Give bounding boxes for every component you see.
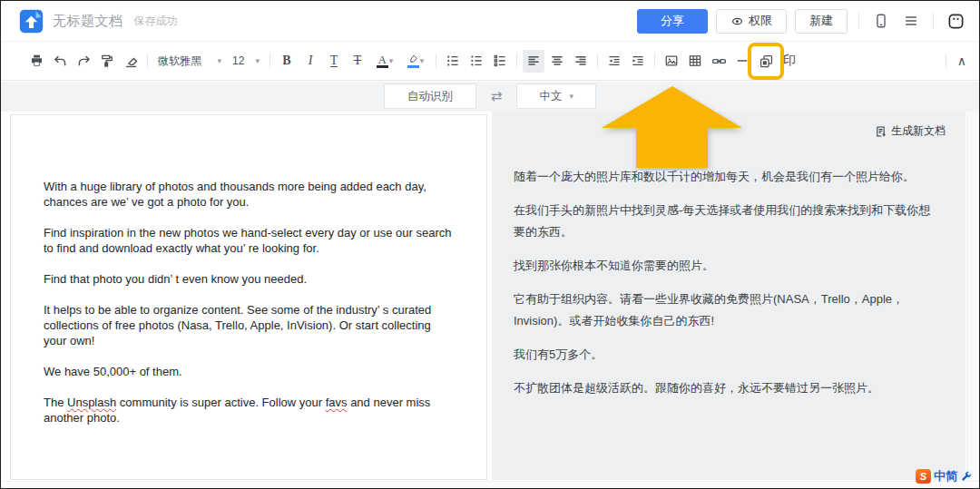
insert-image-icon[interactable] bbox=[661, 50, 682, 73]
font-family-select[interactable]: 微软雅黑 ▾ bbox=[152, 50, 227, 73]
source-language-select[interactable]: 自动识别 bbox=[384, 83, 476, 109]
separator bbox=[933, 13, 934, 29]
separator bbox=[597, 54, 598, 68]
strikethrough-glyph: T bbox=[354, 54, 362, 68]
underline-button[interactable]: T bbox=[323, 50, 345, 73]
collapse-toolbar-icon[interactable]: ∧ bbox=[957, 54, 966, 68]
separator bbox=[516, 54, 517, 68]
generate-new-document-label: 生成新文档 bbox=[891, 123, 946, 139]
align-center-button[interactable] bbox=[546, 50, 568, 73]
indent-icon[interactable] bbox=[627, 50, 649, 73]
separator bbox=[946, 54, 946, 68]
topbar-actions: 分享 权限 新建 bbox=[637, 9, 966, 34]
eye-icon bbox=[730, 15, 744, 28]
share-button[interactable]: 分享 bbox=[637, 9, 708, 34]
highlight-color-button[interactable]: ▾ bbox=[401, 50, 430, 73]
translated-document-panel: 生成新文档 随着一个庞大的照片库和数以千计的增加每天，机会是我们有一个照片给你。… bbox=[492, 112, 965, 480]
strikethrough-button[interactable]: T bbox=[347, 50, 368, 73]
font-color-button[interactable]: A ▾ bbox=[370, 50, 399, 73]
bold-button[interactable]: B bbox=[276, 50, 298, 73]
permission-label: 权限 bbox=[749, 13, 772, 29]
english-paragraphs: With a huge library of photos and thousa… bbox=[11, 115, 486, 459]
font-family-value: 微软雅黑 bbox=[158, 54, 201, 69]
new-document-button[interactable]: 新建 bbox=[795, 9, 848, 34]
insert-link-icon[interactable] bbox=[708, 50, 730, 73]
doc-paragraph[interactable]: Find that photo you didn’ t even know yo… bbox=[44, 271, 456, 287]
target-language-select[interactable]: 中文 ▾ bbox=[516, 83, 596, 109]
watermark-text: 中简 bbox=[934, 468, 957, 484]
chevron-down-icon: ▾ bbox=[389, 56, 394, 65]
translate-button[interactable] bbox=[755, 50, 777, 73]
chevron-down-icon: ▾ bbox=[255, 56, 260, 65]
stamp-label: 印 bbox=[783, 53, 796, 69]
highlight-color-swatch bbox=[407, 65, 419, 68]
mobile-phone-icon[interactable] bbox=[870, 10, 892, 32]
print-icon[interactable] bbox=[25, 50, 47, 73]
insert-table-icon[interactable] bbox=[684, 50, 706, 73]
translate-icon bbox=[759, 54, 774, 69]
font-color-glyph: A bbox=[378, 54, 387, 64]
generate-new-document-link[interactable]: 生成新文档 bbox=[875, 123, 946, 139]
highlighter-icon bbox=[407, 54, 419, 64]
horizontal-scrollbar[interactable] bbox=[1, 481, 979, 488]
doc-paragraph[interactable]: The Unsplash community is super active. … bbox=[44, 395, 456, 425]
align-right-button[interactable] bbox=[570, 50, 592, 73]
clear-format-icon[interactable] bbox=[120, 50, 142, 73]
chinese-paragraphs: 随着一个庞大的照片库和数以千计的增加每天，机会是我们有一个照片给你。在我们手头的… bbox=[492, 139, 965, 399]
undo-icon[interactable] bbox=[49, 50, 71, 73]
chevron-down-icon: ▾ bbox=[420, 56, 425, 65]
toolbar-collapse: ∧ bbox=[941, 54, 966, 68]
app-logo-icon[interactable] bbox=[19, 9, 44, 34]
topbar: 无标题文档 保存成功 分享 权限 新建 bbox=[1, 1, 979, 42]
app-window: 无标题文档 保存成功 分享 权限 新建 bbox=[0, 0, 980, 489]
misspelled-word: favs bbox=[326, 396, 348, 409]
target-language-value: 中文 bbox=[540, 89, 563, 104]
align-left-button[interactable] bbox=[523, 50, 544, 73]
doc-paragraph[interactable]: It helps to be able to organize content.… bbox=[44, 302, 456, 348]
doc-paragraph[interactable]: With a huge library of photos and thousa… bbox=[44, 179, 456, 210]
watermark-badge: S bbox=[916, 469, 931, 484]
separator bbox=[858, 13, 859, 29]
chevron-down-icon: ▾ bbox=[570, 92, 574, 101]
doc-paragraph[interactable]: We have 50,000+ of them. bbox=[44, 364, 456, 379]
translate-controls: 自动识别 ⇄ 中文 ▾ bbox=[1, 83, 979, 109]
separator bbox=[147, 54, 148, 68]
separator bbox=[436, 54, 436, 68]
document-title[interactable]: 无标题文档 bbox=[53, 13, 123, 30]
font-size-select[interactable]: 12 ▾ bbox=[227, 50, 265, 73]
menu-icon[interactable] bbox=[900, 10, 922, 32]
translated-paragraph: 我们有5万多个。 bbox=[514, 344, 938, 366]
swap-languages-icon[interactable]: ⇄ bbox=[491, 88, 503, 104]
italic-button[interactable]: I bbox=[299, 50, 321, 73]
outdent-icon[interactable] bbox=[603, 50, 625, 73]
translated-paragraph: 它有助于组织内容。请看一些业界收藏的免费照片(NASA，Trello，Apple… bbox=[514, 289, 938, 332]
translated-paragraph: 随着一个庞大的照片库和数以千计的增加每天，机会是我们有一个照片给你。 bbox=[514, 166, 938, 188]
permission-button[interactable]: 权限 bbox=[716, 9, 787, 34]
font-color-swatch bbox=[377, 65, 388, 68]
separator bbox=[654, 54, 655, 68]
checklist-icon[interactable] bbox=[489, 50, 511, 73]
vertical-scrollbar[interactable] bbox=[966, 112, 979, 481]
source-document-panel[interactable]: With a huge library of photos and thousa… bbox=[10, 114, 487, 480]
wrench-icon bbox=[960, 470, 973, 483]
translated-paragraph: 不扩散团体是超级活跃的。跟随你的喜好，永远不要错过另一张照片。 bbox=[514, 377, 938, 399]
bullet-list-icon[interactable] bbox=[466, 50, 487, 73]
watermark: S 中简 bbox=[916, 468, 973, 484]
separator bbox=[270, 54, 270, 68]
ordered-list-icon[interactable] bbox=[442, 50, 464, 73]
doc-paragraph[interactable]: Find inspiration in the new photos we ha… bbox=[44, 225, 456, 256]
redo-icon[interactable] bbox=[73, 50, 94, 73]
new-document-icon bbox=[875, 125, 887, 138]
font-size-value: 12 bbox=[232, 54, 244, 67]
workspace-icon[interactable] bbox=[945, 10, 966, 32]
format-painter-icon[interactable] bbox=[96, 50, 118, 73]
translated-paragraph: 在我们手头的新照片中找到灵感-每天选择或者使用我们的搜索来找到和下载你想要的东西… bbox=[514, 200, 938, 243]
toolbar: 微软雅黑 ▾ 12 ▾ B I T T A ▾ bbox=[1, 42, 979, 81]
chevron-down-icon: ▾ bbox=[217, 56, 221, 65]
translated-paragraph: 找到那张你根本不知道你需要的照片。 bbox=[514, 255, 938, 277]
translate-strip: 自动识别 ⇄ 中文 ▾ bbox=[1, 82, 979, 112]
stamp-button[interactable]: 印 bbox=[779, 50, 800, 73]
underline-glyph: T bbox=[330, 54, 338, 67]
horizontal-rule-icon[interactable] bbox=[731, 50, 753, 73]
save-status: 保存成功 bbox=[134, 14, 178, 29]
